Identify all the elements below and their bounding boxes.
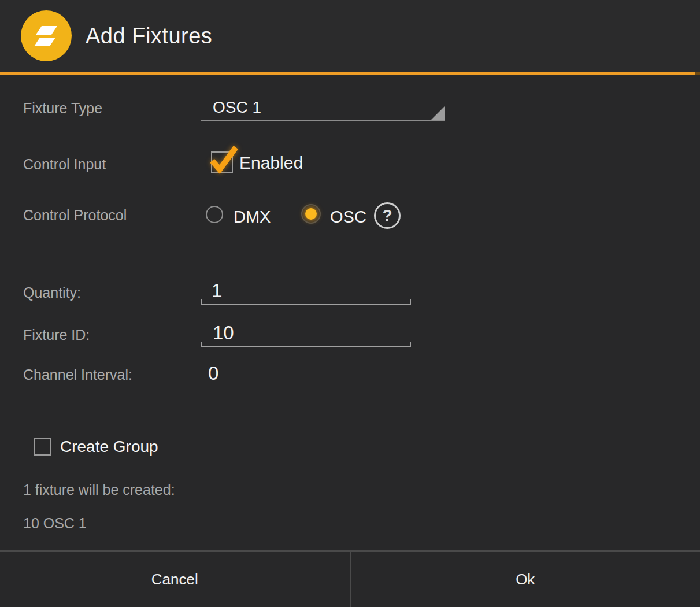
help-icon[interactable]: ? xyxy=(374,202,401,229)
control-protocol-label: Control Protocol xyxy=(23,207,127,224)
dialog-footer: Cancel Ok xyxy=(0,550,700,607)
checkmark-icon xyxy=(206,142,240,175)
create-group-checkbox[interactable] xyxy=(34,438,51,456)
channel-interval-label: Channel Interval: xyxy=(23,367,132,383)
cancel-button[interactable]: Cancel xyxy=(0,552,350,607)
add-fixtures-dialog: Add Fixtures Fixture Type OSC 1 Control … xyxy=(0,0,700,607)
fixture-type-label: Fixture Type xyxy=(23,100,102,117)
app-logo-icon xyxy=(21,10,72,61)
osc-radio-dot xyxy=(305,208,317,220)
channel-interval-value: 0 xyxy=(208,362,218,384)
summary-line-2: 10 OSC 1 xyxy=(23,515,87,532)
dialog-header: Add Fixtures xyxy=(0,0,700,72)
accent-divider xyxy=(0,72,700,75)
dmx-radio-label[interactable]: DMX xyxy=(234,208,271,227)
enabled-checkbox-label[interactable]: Enabled xyxy=(239,153,303,173)
control-input-label: Control Input xyxy=(23,156,106,173)
fixture-type-value: OSC 1 xyxy=(213,98,261,117)
summary-line-1: 1 fixture will be created: xyxy=(23,482,175,498)
quantity-input-underline xyxy=(201,299,411,305)
ok-button[interactable]: Ok xyxy=(351,552,700,607)
create-group-label[interactable]: Create Group xyxy=(60,438,158,456)
osc-radio[interactable] xyxy=(301,204,321,224)
osc-radio-label[interactable]: OSC xyxy=(330,208,366,227)
fixture-id-input[interactable]: 10 xyxy=(213,322,234,344)
fixture-id-label: Fixture ID: xyxy=(23,327,90,343)
dropdown-arrow-icon xyxy=(431,106,445,120)
quantity-label: Quantity: xyxy=(23,284,81,301)
fixture-id-input-underline xyxy=(201,342,411,347)
dialog-title: Add Fixtures xyxy=(86,24,212,49)
dmx-radio[interactable] xyxy=(206,206,223,223)
fixture-type-dropdown[interactable]: OSC 1 xyxy=(201,95,445,121)
quantity-input[interactable]: 1 xyxy=(212,280,222,302)
